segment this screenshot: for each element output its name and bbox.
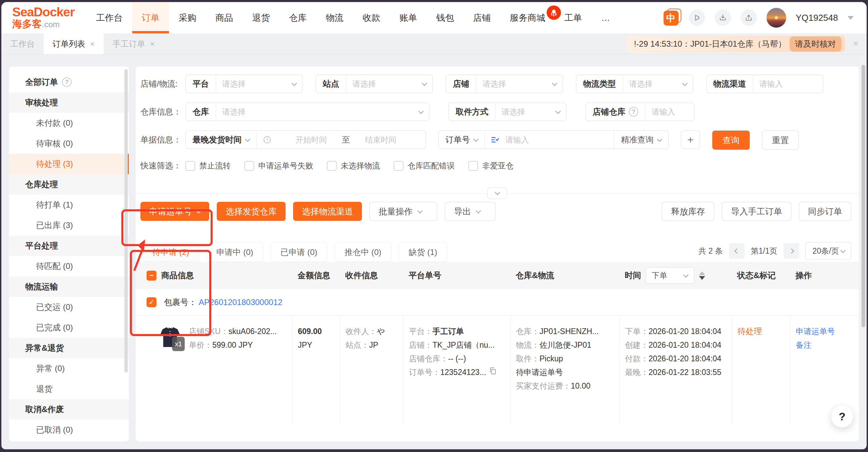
copy-icon[interactable]	[489, 365, 497, 379]
pay-time: 2026-01-20 18:04:04	[649, 352, 721, 365]
nav-item-more[interactable]: …	[592, 2, 620, 33]
page-scrollbar-thumb[interactable]	[862, 65, 865, 327]
language-switch-button[interactable]: 中	[664, 10, 679, 26]
sidebar-item-to-match[interactable]: 待匹配 (0)	[9, 256, 129, 276]
prev-page-button[interactable]	[729, 243, 745, 259]
select-all-checkbox[interactable]: −	[147, 271, 156, 281]
site-select[interactable]: 站点 请选择	[316, 75, 433, 93]
tab-workbench[interactable]: 工作台	[1, 33, 44, 54]
collapse-filters-button[interactable]	[487, 187, 507, 199]
date-range-picker[interactable]: 最晚发货时间 开始时间 至 结束时间	[185, 131, 426, 149]
pickup-method-select[interactable]: 取件方式 请选择	[448, 103, 566, 121]
checkbox-icon[interactable]	[185, 161, 195, 171]
pagination: 共 2 条 第1/1页 20条/页	[698, 242, 851, 262]
page-scrollbar[interactable]	[861, 55, 866, 446]
sidebar-item-to-print[interactable]: 待打单 (1)	[9, 195, 129, 215]
checkbox-icon[interactable]	[468, 161, 478, 171]
help-circle-icon[interactable]: ?	[62, 77, 72, 87]
sidebar-item-shipped[interactable]: 已交运 (0)	[9, 297, 129, 317]
export-button[interactable]: 导出	[445, 202, 496, 221]
checkbox-icon[interactable]	[327, 161, 337, 171]
reset-button[interactable]: 重置	[762, 131, 799, 150]
shop-select[interactable]: 店铺 请选择	[446, 75, 563, 93]
row-remark-link[interactable]: 备注	[796, 338, 854, 352]
logistics-channel-input[interactable]: 物流渠道 请输入	[706, 75, 823, 93]
logistics-type-select[interactable]: 物流类型 请选择	[576, 75, 693, 93]
order-no-search[interactable]: 订单号 请输入 精准查询	[438, 131, 669, 149]
user-menu-caret-icon[interactable]	[848, 16, 854, 20]
search-button[interactable]: 查询	[712, 131, 750, 150]
sidebar-item-unpaid[interactable]: 未付款 (0)	[9, 113, 129, 133]
nav-item-bills[interactable]: 账单	[390, 2, 427, 33]
help-button[interactable]: ?	[831, 406, 853, 427]
sidebar-item-outbound[interactable]: 已出库 (3)	[9, 215, 129, 236]
nav-item-payments[interactable]: 收款	[353, 2, 390, 33]
recipient-site: JP	[369, 338, 378, 352]
nav-item-service-mall[interactable]: 服务商城	[500, 2, 555, 33]
next-page-button[interactable]	[783, 243, 799, 259]
import-manual-order-button[interactable]: 导入手工订单	[722, 202, 791, 221]
sidebar-item-pending-process[interactable]: 待处理 (3)	[9, 154, 129, 174]
close-tab-icon[interactable]: ×	[150, 39, 155, 49]
status-tab-applied[interactable]: 已申请 (0)	[271, 242, 327, 262]
quick-filter-no-logistics[interactable]: 未选择物流	[327, 161, 380, 171]
sidebar-item-all-orders[interactable]: 全部订单?	[9, 72, 129, 92]
sidebar-item-completed[interactable]: 已完成 (0)	[9, 317, 129, 338]
checkbox-icon[interactable]	[394, 161, 403, 171]
announcement-button[interactable]	[689, 10, 705, 26]
tab-manual-order[interactable]: 手工订单×	[104, 33, 164, 54]
status-tab-to-apply[interactable]: 待申请 (2)	[142, 242, 199, 262]
username[interactable]: YQ192548	[796, 13, 838, 23]
nav-item-logistics[interactable]: 物流	[316, 2, 353, 33]
package-no-link[interactable]: AP2601201803000012	[199, 298, 283, 307]
sidebar-item-returns[interactable]: 退货	[9, 379, 129, 399]
add-filter-button[interactable]: +	[681, 131, 700, 149]
sidebar-item-exception[interactable]: 异常 (0)	[9, 358, 129, 379]
page-size-select[interactable]: 20条/页	[805, 242, 851, 260]
nav-item-wallet[interactable]: 钱包	[427, 2, 463, 33]
time-sort-field-select[interactable]: 下单	[646, 267, 694, 284]
quick-filter-forbid-flow[interactable]: 禁止流转	[185, 161, 231, 171]
apply-tracking-number-button[interactable]: 申请运单号	[140, 202, 209, 221]
user-avatar[interactable]	[766, 8, 786, 28]
status-tab-out-of-stock[interactable]: 缺货 (1)	[399, 242, 447, 262]
nav-item-workbench[interactable]: 工作台	[87, 2, 132, 33]
row-apply-tracking-link[interactable]: 申请运单号	[796, 325, 854, 338]
nav-item-returns[interactable]: 退货	[243, 2, 279, 33]
quick-filter-apply-failed[interactable]: 申请运单号失败	[244, 161, 313, 171]
status-tab-applying[interactable]: 申请中 (0)	[207, 242, 263, 262]
sidebar-item-pending-review[interactable]: 待审核 (0)	[9, 133, 129, 154]
sort-toggle[interactable]	[699, 271, 705, 280]
nav-item-tickets[interactable]: 工单	[555, 2, 592, 33]
checkbox-icon[interactable]	[244, 161, 254, 171]
product-image[interactable]: x1	[157, 325, 183, 350]
quick-filter-warehouse-mismatch[interactable]: 仓库匹配错误	[394, 161, 455, 171]
notification-banner[interactable]: !-29 14:53:10：JP01-日本01仓库（马帮） 请及时核对	[626, 36, 845, 52]
batch-operation-button[interactable]: 批量操作	[369, 202, 437, 221]
sync-orders-button[interactable]: 同步订单	[799, 202, 851, 221]
download-button[interactable]	[715, 10, 731, 26]
nav-item-orders[interactable]: 订单	[132, 2, 169, 33]
warehouse-select[interactable]: 仓库 请选择	[185, 103, 429, 121]
sidebar-item-cancelled[interactable]: 已取消 (0)	[9, 420, 129, 440]
shop-warehouse-input[interactable]: 店铺仓库? 请输入	[585, 103, 695, 121]
main-menu: 工作台 订单 采购 商品 退货 仓库 物流 收款 账单 钱包 店铺 服务商城 工…	[87, 2, 620, 33]
notification-close-icon[interactable]: ×	[853, 38, 858, 49]
tab-order-list[interactable]: 订单列表×	[44, 33, 104, 54]
nav-item-shops[interactable]: 店铺	[463, 2, 500, 33]
close-tab-icon[interactable]: ×	[90, 39, 95, 49]
platform-select[interactable]: 平台 请选择	[185, 75, 303, 93]
nav-item-purchase[interactable]: 采购	[169, 2, 206, 33]
row-checkbox[interactable]: ✓	[147, 297, 156, 307]
nav-item-products[interactable]: 商品	[206, 2, 243, 33]
select-logistics-channel-button[interactable]: 选择物流渠道	[293, 202, 362, 221]
sidebar-scrollbar[interactable]	[124, 69, 128, 373]
nav-item-warehouse[interactable]: 仓库	[279, 2, 316, 33]
release-stock-button[interactable]: 释放库存	[662, 202, 714, 221]
quick-filter-non-aiya[interactable]: 非爱亚仓	[468, 161, 514, 171]
help-circle-icon[interactable]: ?	[629, 107, 638, 117]
select-shipping-warehouse-button[interactable]: 选择发货仓库	[217, 202, 286, 221]
brand-logo[interactable]: SeaDocker 海多客.com	[1, 2, 87, 33]
share-button[interactable]	[741, 10, 757, 26]
status-tab-pushing[interactable]: 推仓中 (0)	[335, 242, 391, 262]
